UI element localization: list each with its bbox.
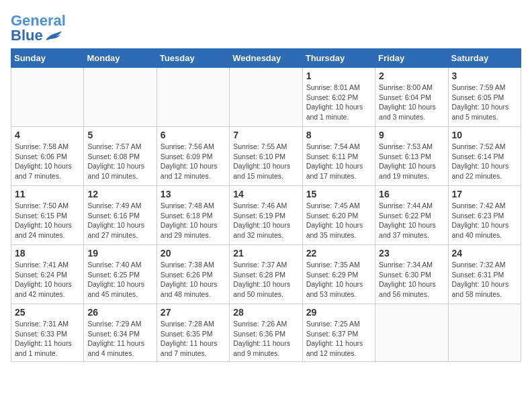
calendar-week-row: 25Sunrise: 7:31 AM Sunset: 6:33 PM Dayli… bbox=[11, 304, 521, 362]
header: General Blue bbox=[11, 11, 521, 43]
day-number: 27 bbox=[161, 307, 226, 318]
day-info: Sunrise: 7:31 AM Sunset: 6:33 PM Dayligh… bbox=[15, 319, 80, 359]
day-number: 7 bbox=[233, 130, 298, 140]
logo-blue: Blue bbox=[11, 28, 43, 43]
calendar-week-row: 18Sunrise: 7:41 AM Sunset: 6:24 PM Dayli… bbox=[11, 245, 521, 304]
day-number: 10 bbox=[452, 130, 517, 140]
day-number: 26 bbox=[87, 307, 152, 318]
day-info: Sunrise: 7:38 AM Sunset: 6:26 PM Dayligh… bbox=[161, 260, 226, 300]
calendar-cell: 24Sunrise: 7:32 AM Sunset: 6:31 PM Dayli… bbox=[448, 245, 521, 304]
calendar-header-row: SundayMondayTuesdayWednesdayThursdayFrid… bbox=[11, 49, 521, 68]
logo-bird-icon bbox=[44, 28, 63, 43]
day-info: Sunrise: 7:42 AM Sunset: 6:23 PM Dayligh… bbox=[452, 201, 517, 240]
day-info: Sunrise: 7:40 AM Sunset: 6:25 PM Dayligh… bbox=[87, 260, 152, 300]
calendar-cell: 27Sunrise: 7:28 AM Sunset: 6:35 PM Dayli… bbox=[157, 304, 229, 362]
calendar-cell: 17Sunrise: 7:42 AM Sunset: 6:23 PM Dayli… bbox=[448, 186, 521, 245]
calendar-cell: 4Sunrise: 7:58 AM Sunset: 6:06 PM Daylig… bbox=[11, 127, 84, 186]
calendar-cell: 25Sunrise: 7:31 AM Sunset: 6:33 PM Dayli… bbox=[11, 304, 84, 362]
day-number: 3 bbox=[452, 71, 517, 81]
day-number: 29 bbox=[306, 307, 371, 318]
calendar-cell: 13Sunrise: 7:48 AM Sunset: 6:18 PM Dayli… bbox=[157, 186, 229, 245]
day-number: 18 bbox=[15, 248, 80, 259]
day-number: 14 bbox=[233, 189, 298, 199]
calendar-cell: 14Sunrise: 7:46 AM Sunset: 6:19 PM Dayli… bbox=[230, 186, 302, 245]
day-info: Sunrise: 7:57 AM Sunset: 6:08 PM Dayligh… bbox=[87, 142, 152, 181]
day-number: 16 bbox=[379, 189, 444, 199]
day-info: Sunrise: 7:29 AM Sunset: 6:34 PM Dayligh… bbox=[87, 319, 152, 359]
day-header-sunday: Sunday bbox=[11, 49, 84, 68]
calendar-cell: 5Sunrise: 7:57 AM Sunset: 6:08 PM Daylig… bbox=[84, 127, 157, 186]
day-info: Sunrise: 7:58 AM Sunset: 6:06 PM Dayligh… bbox=[15, 142, 80, 181]
calendar-week-row: 11Sunrise: 7:50 AM Sunset: 6:15 PM Dayli… bbox=[11, 186, 521, 245]
calendar-table: SundayMondayTuesdayWednesdayThursdayFrid… bbox=[11, 48, 521, 362]
day-number: 20 bbox=[161, 248, 226, 259]
calendar-cell bbox=[157, 68, 229, 127]
day-number: 11 bbox=[15, 189, 80, 199]
day-info: Sunrise: 7:49 AM Sunset: 6:16 PM Dayligh… bbox=[87, 201, 152, 240]
day-number: 24 bbox=[452, 248, 517, 259]
day-info: Sunrise: 7:59 AM Sunset: 6:05 PM Dayligh… bbox=[452, 83, 517, 122]
day-number: 19 bbox=[87, 248, 152, 259]
logo: General Blue bbox=[11, 13, 66, 43]
calendar-cell: 10Sunrise: 7:52 AM Sunset: 6:14 PM Dayli… bbox=[448, 127, 521, 186]
day-number: 25 bbox=[15, 307, 80, 318]
day-number: 6 bbox=[161, 130, 226, 140]
day-number: 28 bbox=[233, 307, 298, 318]
calendar-cell: 21Sunrise: 7:37 AM Sunset: 6:28 PM Dayli… bbox=[230, 245, 302, 304]
day-info: Sunrise: 7:41 AM Sunset: 6:24 PM Dayligh… bbox=[15, 260, 80, 300]
calendar-cell: 29Sunrise: 7:25 AM Sunset: 6:37 PM Dayli… bbox=[302, 304, 375, 362]
calendar-cell: 3Sunrise: 7:59 AM Sunset: 6:05 PM Daylig… bbox=[448, 68, 521, 127]
day-number: 4 bbox=[15, 130, 80, 140]
day-number: 13 bbox=[161, 189, 226, 199]
calendar-cell bbox=[230, 68, 302, 127]
calendar-cell: 6Sunrise: 7:56 AM Sunset: 6:09 PM Daylig… bbox=[157, 127, 229, 186]
calendar-cell bbox=[375, 304, 448, 362]
day-number: 22 bbox=[306, 248, 371, 259]
day-number: 23 bbox=[379, 248, 444, 259]
day-info: Sunrise: 7:37 AM Sunset: 6:28 PM Dayligh… bbox=[233, 260, 298, 300]
day-info: Sunrise: 7:35 AM Sunset: 6:29 PM Dayligh… bbox=[306, 260, 371, 300]
calendar-cell: 28Sunrise: 7:26 AM Sunset: 6:36 PM Dayli… bbox=[230, 304, 302, 362]
day-number: 15 bbox=[306, 189, 371, 199]
calendar-cell: 19Sunrise: 7:40 AM Sunset: 6:25 PM Dayli… bbox=[84, 245, 157, 304]
day-number: 1 bbox=[306, 71, 371, 81]
day-header-monday: Monday bbox=[84, 49, 157, 68]
calendar-cell: 11Sunrise: 7:50 AM Sunset: 6:15 PM Dayli… bbox=[11, 186, 84, 245]
day-number: 12 bbox=[87, 189, 152, 199]
calendar-cell: 18Sunrise: 7:41 AM Sunset: 6:24 PM Dayli… bbox=[11, 245, 84, 304]
day-info: Sunrise: 7:45 AM Sunset: 6:20 PM Dayligh… bbox=[306, 201, 371, 240]
calendar-cell: 8Sunrise: 7:54 AM Sunset: 6:11 PM Daylig… bbox=[302, 127, 375, 186]
day-header-thursday: Thursday bbox=[302, 49, 375, 68]
calendar-cell: 9Sunrise: 7:53 AM Sunset: 6:13 PM Daylig… bbox=[375, 127, 448, 186]
logo-text: General bbox=[11, 13, 66, 28]
day-info: Sunrise: 7:52 AM Sunset: 6:14 PM Dayligh… bbox=[452, 142, 517, 181]
day-number: 8 bbox=[306, 130, 371, 140]
day-header-tuesday: Tuesday bbox=[157, 49, 229, 68]
day-info: Sunrise: 7:53 AM Sunset: 6:13 PM Dayligh… bbox=[379, 142, 444, 181]
calendar-cell: 16Sunrise: 7:44 AM Sunset: 6:22 PM Dayli… bbox=[375, 186, 448, 245]
day-info: Sunrise: 8:00 AM Sunset: 6:04 PM Dayligh… bbox=[379, 83, 444, 122]
calendar-week-row: 4Sunrise: 7:58 AM Sunset: 6:06 PM Daylig… bbox=[11, 127, 521, 186]
day-info: Sunrise: 7:56 AM Sunset: 6:09 PM Dayligh… bbox=[161, 142, 226, 181]
calendar-cell bbox=[84, 68, 157, 127]
calendar-cell: 22Sunrise: 7:35 AM Sunset: 6:29 PM Dayli… bbox=[302, 245, 375, 304]
day-header-friday: Friday bbox=[375, 49, 448, 68]
calendar-cell: 7Sunrise: 7:55 AM Sunset: 6:10 PM Daylig… bbox=[230, 127, 302, 186]
day-info: Sunrise: 8:01 AM Sunset: 6:02 PM Dayligh… bbox=[306, 83, 371, 122]
day-info: Sunrise: 7:26 AM Sunset: 6:36 PM Dayligh… bbox=[233, 319, 298, 359]
day-info: Sunrise: 7:54 AM Sunset: 6:11 PM Dayligh… bbox=[306, 142, 371, 181]
calendar-cell: 15Sunrise: 7:45 AM Sunset: 6:20 PM Dayli… bbox=[302, 186, 375, 245]
day-number: 9 bbox=[379, 130, 444, 140]
day-header-wednesday: Wednesday bbox=[230, 49, 302, 68]
day-number: 21 bbox=[233, 248, 298, 259]
day-info: Sunrise: 7:28 AM Sunset: 6:35 PM Dayligh… bbox=[161, 319, 226, 359]
day-info: Sunrise: 7:50 AM Sunset: 6:15 PM Dayligh… bbox=[15, 201, 80, 240]
calendar-cell: 23Sunrise: 7:34 AM Sunset: 6:30 PM Dayli… bbox=[375, 245, 448, 304]
calendar-cell bbox=[448, 304, 521, 362]
day-info: Sunrise: 7:46 AM Sunset: 6:19 PM Dayligh… bbox=[233, 201, 298, 240]
day-header-saturday: Saturday bbox=[448, 49, 521, 68]
day-info: Sunrise: 7:32 AM Sunset: 6:31 PM Dayligh… bbox=[452, 260, 517, 300]
calendar-cell: 12Sunrise: 7:49 AM Sunset: 6:16 PM Dayli… bbox=[84, 186, 157, 245]
calendar-cell bbox=[11, 68, 84, 127]
calendar-week-row: 1Sunrise: 8:01 AM Sunset: 6:02 PM Daylig… bbox=[11, 68, 521, 127]
